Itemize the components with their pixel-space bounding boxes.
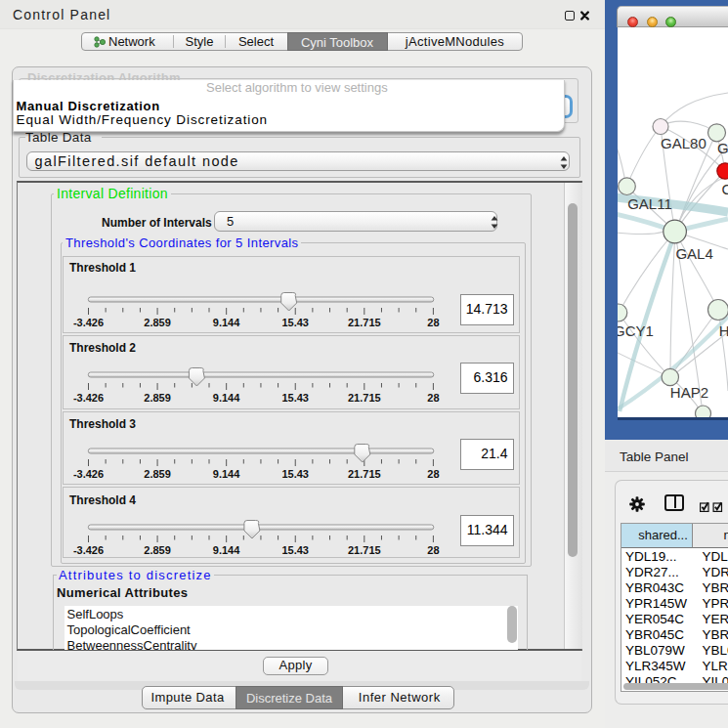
svg-text:-3.426: -3.426 [73, 544, 104, 556]
svg-text:C: C [722, 181, 728, 197]
svg-text:15.43: 15.43 [281, 544, 309, 556]
svg-text:28: 28 [427, 468, 439, 480]
svg-text:2.859: 2.859 [144, 392, 171, 404]
svg-text:-3.426: -3.426 [73, 317, 104, 328]
svg-text:15.43: 15.43 [281, 468, 309, 480]
svg-text:28: 28 [427, 544, 439, 556]
svg-text:GCY1: GCY1 [618, 322, 654, 339]
svg-text:GAL4: GAL4 [675, 245, 712, 262]
svg-text:9.144: 9.144 [213, 544, 240, 556]
svg-text:H: H [719, 322, 728, 339]
svg-text:GAL80: GAL80 [661, 135, 707, 151]
svg-text:2.859: 2.859 [144, 544, 171, 556]
svg-text:-3.426: -3.426 [73, 392, 104, 404]
svg-text:9.144: 9.144 [213, 392, 240, 404]
svg-text:2.859: 2.859 [144, 468, 171, 480]
svg-text:GA: GA [717, 140, 728, 156]
svg-text:9.144: 9.144 [213, 468, 240, 480]
svg-text:-3.426: -3.426 [73, 468, 104, 480]
svg-text:28: 28 [427, 392, 439, 404]
svg-text:9.144: 9.144 [213, 317, 240, 328]
svg-text:21.715: 21.715 [348, 544, 381, 556]
svg-text:21.715: 21.715 [348, 317, 381, 328]
svg-text:HAP2: HAP2 [670, 384, 708, 401]
svg-text:21.715: 21.715 [348, 468, 381, 480]
svg-text:15.43: 15.43 [281, 317, 309, 328]
svg-text:15.43: 15.43 [281, 392, 309, 404]
svg-text:28: 28 [427, 317, 439, 328]
svg-text:GAL11: GAL11 [627, 195, 672, 212]
svg-text:21.715: 21.715 [348, 392, 381, 404]
svg-text:2.859: 2.859 [144, 317, 171, 328]
